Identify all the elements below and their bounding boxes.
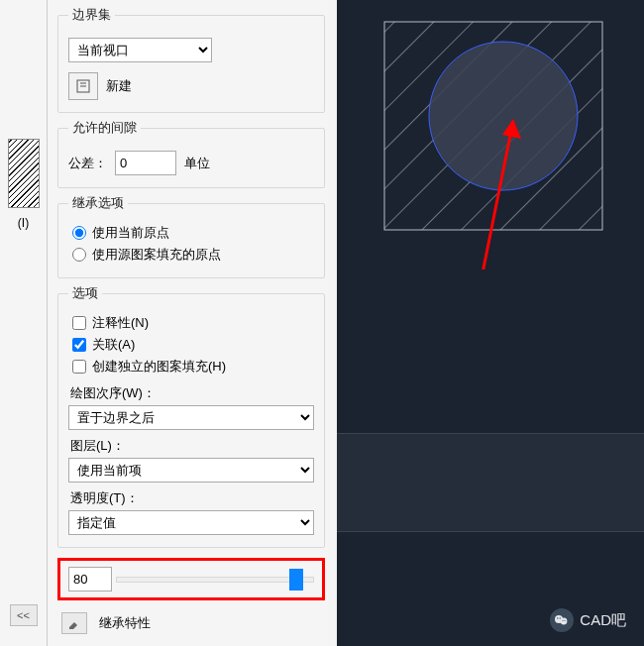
boundary-set-legend: 边界集 [68,6,115,24]
separate-checkbox[interactable]: 创建独立的图案填充(H) [68,356,314,377]
svg-point-10 [557,617,558,618]
transparency-slider-thumb[interactable] [289,569,303,591]
new-boundary-label: 新建 [106,77,132,95]
associative-checkbox[interactable]: 关联(A) [68,334,314,356]
inherit-props-label: 继承特性 [99,614,151,632]
hatch-preview [365,12,622,269]
associative-checkbox-input[interactable] [72,338,86,352]
inherit-current-label: 使用当前原点 [92,224,169,242]
swatch-label: (I) [18,216,29,230]
inherit-current-radio-input[interactable] [72,226,86,240]
inherit-group: 继承选项 使用当前原点 使用源图案填充的原点 [57,194,325,278]
transparency-slider[interactable] [116,577,314,583]
watermark: CAD吧 [550,608,626,632]
layer-label: 图层(L)： [70,437,314,455]
layer-dropdown[interactable]: 使用当前项 [68,458,314,483]
wechat-icon [550,608,574,632]
options-panel: 边界集 当前视口 新建 允许的间隙 公差： 单位 继承选项 使用当前原点 [48,0,337,646]
annotative-checkbox[interactable]: 注释性(N) [68,312,314,334]
inherit-props-icon-button[interactable] [61,612,87,634]
separate-checkbox-input[interactable] [72,360,86,374]
drawing-canvas[interactable]: CAD吧 [337,0,644,646]
new-icon [76,79,90,93]
new-boundary-icon-button[interactable] [68,72,98,100]
boundary-set-group: 边界集 当前视口 新建 [57,6,325,113]
transparency-slider-row [57,558,325,600]
boundary-set-dropdown[interactable]: 当前视口 [68,38,212,62]
gap-legend: 允许的间隙 [68,119,141,137]
transparency-label: 透明度(T)： [70,489,314,507]
inherit-source-radio[interactable]: 使用源图案填充的原点 [68,244,314,266]
collapse-button[interactable]: << [10,604,38,626]
options-legend: 选项 [68,284,102,302]
units-label: 单位 [184,155,210,172]
draw-order-label: 绘图次序(W)： [70,384,314,402]
separate-label: 创建独立的图案填充(H) [92,358,226,376]
annotative-label: 注释性(N) [92,314,149,332]
watermark-text: CAD吧 [580,611,626,630]
command-area[interactable] [337,433,644,532]
associative-label: 关联(A) [92,336,135,354]
transparency-value-input[interactable] [68,567,112,592]
draw-order-dropdown[interactable]: 置于边界之后 [68,405,314,430]
inherit-source-radio-input[interactable] [72,248,86,262]
gap-group: 允许的间隙 公差： 单位 [57,119,325,188]
hatch-swatch[interactable] [8,139,40,208]
tolerance-label: 公差： [68,155,107,172]
transparency-dropdown[interactable]: 指定值 [68,510,314,535]
svg-point-12 [563,620,564,621]
inherit-source-label: 使用源图案填充的原点 [92,246,221,264]
svg-point-11 [560,617,561,618]
svg-point-9 [561,618,568,625]
tolerance-input[interactable] [115,151,176,175]
inherit-current-radio[interactable]: 使用当前原点 [68,222,314,244]
left-tool-column: (I) << [0,0,48,646]
inherit-props-row: 继承特性 [57,612,325,634]
inherit-legend: 继承选项 [68,194,128,212]
eyedropper-icon [67,617,81,629]
svg-point-13 [565,620,566,621]
annotative-checkbox-input[interactable] [72,316,86,330]
options-group: 选项 注释性(N) 关联(A) 创建独立的图案填充(H) 绘图次序(W)： 置于… [57,284,325,548]
